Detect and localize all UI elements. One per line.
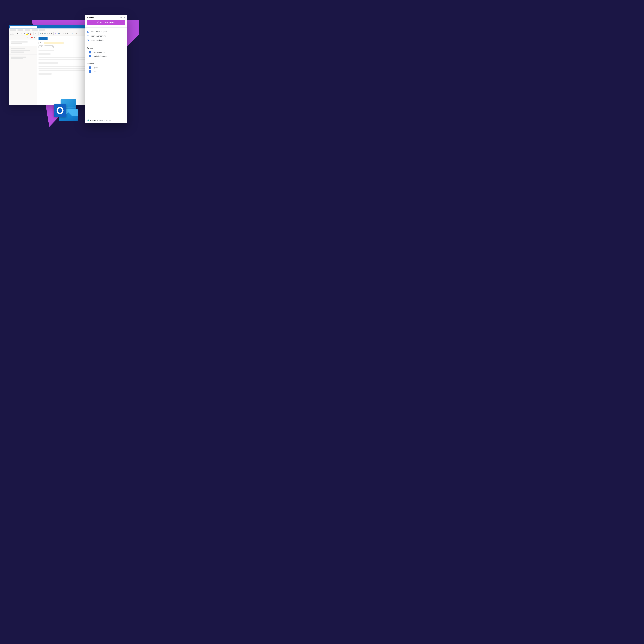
bold-button[interactable]: B — [17, 33, 18, 34]
ribbon-tab[interactable] — [39, 29, 45, 31]
checkbox-checked-icon: ✓ — [89, 70, 91, 73]
action-label: Insert calendar link — [91, 35, 106, 37]
pin-icon[interactable]: 📌 — [30, 36, 33, 39]
insert-template-action[interactable]: Insert email template — [87, 29, 125, 34]
schedule-button[interactable]: 🕓 — [76, 33, 77, 34]
loop-button[interactable]: ◐ — [55, 33, 56, 34]
link-button[interactable]: 🔗 — [44, 33, 46, 34]
formatting-toolbar: 12▾ B I U ab 🖉▾ A▾ Aͯ▾ 📎▾ 🔗 ☺▾ ▦ ◐ ▦▾ ✎ … — [9, 32, 95, 36]
clicks-toggle[interactable]: ✓ Clicks — [87, 70, 125, 73]
ribbon-tab[interactable] — [10, 29, 16, 31]
message-list-item[interactable] — [9, 40, 37, 46]
calendar-icon — [87, 35, 89, 37]
dictate-button[interactable]: 🎤 — [65, 33, 67, 34]
action-label: Share availability — [91, 39, 104, 41]
svg-rect-2 — [87, 35, 89, 37]
to-field-button[interactable]: To — [39, 42, 43, 44]
svg-rect-1 — [88, 31, 89, 33]
opens-toggle[interactable]: ✓ Opens — [87, 66, 125, 70]
cc-recipient-chip[interactable]: × — [44, 45, 54, 48]
action-label: Insert email template — [91, 31, 107, 33]
share-availability-action[interactable]: Share availability — [87, 38, 125, 43]
powered-by-label: Powered by Mixmax — [97, 120, 111, 121]
importance-button[interactable]: ! — [70, 33, 71, 34]
strike-button[interactable]: ab — [23, 33, 25, 34]
checkbox-checked-icon: ✓ — [89, 51, 91, 53]
check-label: Log to Salesforce — [93, 55, 107, 57]
mixmax-panel: Mixmax ✕ Send with Mixmax Insert email t… — [85, 15, 127, 123]
italic-button[interactable]: I — [19, 33, 20, 34]
underline-button[interactable]: U — [21, 33, 22, 34]
low-importance-button[interactable]: ↓ — [72, 33, 73, 34]
message-list-item[interactable] — [9, 55, 37, 61]
outlook-search-input[interactable] — [10, 26, 37, 28]
message-list-item[interactable] — [9, 46, 37, 55]
send-icon — [97, 22, 99, 24]
pin-panel-icon[interactable] — [120, 17, 122, 19]
apps-button[interactable]: ▦ — [57, 33, 59, 34]
insert-calendar-action[interactable]: Insert calendar link — [87, 34, 125, 38]
clear-format-button[interactable]: Aͯ — [35, 33, 36, 34]
availability-icon — [87, 39, 89, 41]
emoji-button[interactable]: ☺ — [47, 33, 49, 34]
syncing-section-title: Syncing — [87, 45, 125, 50]
font-color-button[interactable]: A — [30, 33, 31, 34]
attach-button[interactable]: 📎 — [40, 33, 42, 34]
signature-button[interactable]: ✎ — [62, 33, 64, 34]
check-label: Sync to Mixmax — [93, 51, 105, 53]
outlook-send-button[interactable]: ▾ — [39, 37, 48, 40]
tracking-section-title: Tracking — [87, 60, 125, 66]
font-size-select[interactable]: 12▾ — [10, 33, 14, 35]
mixmax-mark-icon — [87, 120, 89, 121]
check-label: Clicks — [93, 70, 98, 73]
cc-field-button[interactable]: Cc — [39, 45, 43, 48]
checkbox-checked-icon: ✓ — [89, 66, 91, 69]
check-label: Opens — [93, 67, 98, 69]
send-with-mixmax-label: Send with Mixmax — [100, 22, 115, 24]
send-with-mixmax-button[interactable]: Send with Mixmax — [87, 20, 125, 25]
outlook-titlebar — [9, 25, 95, 28]
ribbon-tabs — [9, 28, 95, 32]
send-dropdown[interactable]: ▾ — [45, 37, 48, 40]
outlook-logo — [52, 99, 79, 121]
log-to-salesforce-toggle[interactable]: ✓ Log to Salesforce — [87, 54, 125, 58]
ribbon-tab[interactable] — [18, 29, 23, 31]
sync-to-mixmax-toggle[interactable]: ✓ Sync to Mixmax — [87, 50, 125, 54]
actions-list: Insert email template Insert calendar li… — [87, 28, 125, 45]
ribbon-tab[interactable] — [32, 29, 38, 31]
message-list-pane: ↩ 📌 ≡ — [9, 36, 37, 105]
mixmax-footer-logo: Mixmax — [87, 119, 96, 121]
highlight-button[interactable]: 🖉 — [26, 33, 28, 34]
filter-icon[interactable]: ≡ — [34, 36, 35, 39]
panel-title: Mixmax — [87, 16, 94, 19]
outlook-window: 12▾ B I U ab 🖉▾ A▾ Aͯ▾ 📎▾ 🔗 ☺▾ ▦ ◐ ▦▾ ✎ … — [9, 25, 95, 105]
close-panel-icon[interactable]: ✕ — [124, 17, 125, 19]
to-recipient-chip[interactable] — [44, 42, 63, 44]
template-icon — [87, 30, 89, 33]
panel-footer: Mixmax Powered by Mixmax — [85, 118, 127, 123]
table-button[interactable]: ▦ — [51, 33, 52, 34]
reply-icon[interactable]: ↩ — [27, 36, 29, 39]
ribbon-tab[interactable] — [25, 29, 30, 31]
checkbox-checked-icon: ✓ — [89, 55, 91, 57]
